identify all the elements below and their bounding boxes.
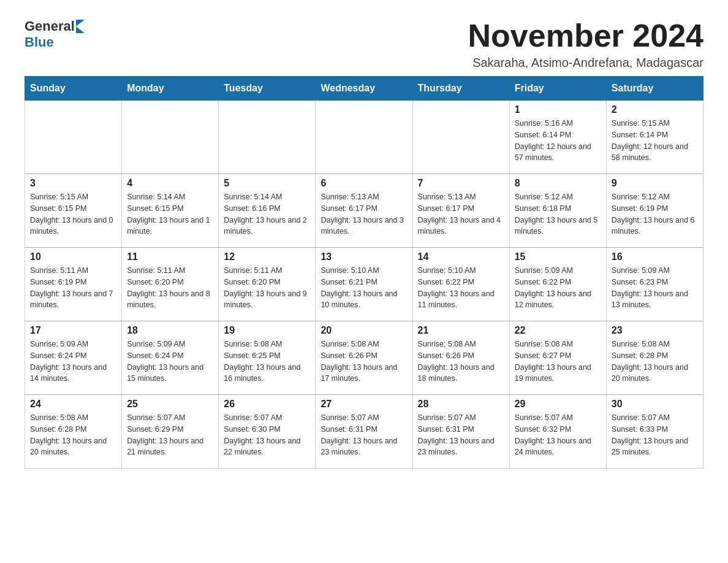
day-number: 7: [418, 178, 504, 189]
day-info: Sunrise: 5:10 AM Sunset: 6:22 PM Dayligh…: [418, 265, 504, 311]
day-info: Sunrise: 5:07 AM Sunset: 6:31 PM Dayligh…: [320, 412, 407, 458]
day-number: 29: [515, 399, 601, 410]
calendar-day-cell: 16Sunrise: 5:09 AM Sunset: 6:23 PM Dayli…: [606, 248, 703, 321]
day-number: 3: [30, 178, 116, 189]
calendar-day-cell: 21Sunrise: 5:08 AM Sunset: 6:26 PM Dayli…: [412, 321, 509, 395]
day-number: 25: [127, 399, 213, 410]
day-number: 26: [224, 399, 310, 410]
day-info: Sunrise: 5:09 AM Sunset: 6:22 PM Dayligh…: [515, 265, 601, 311]
day-info: Sunrise: 5:09 AM Sunset: 6:24 PM Dayligh…: [127, 339, 213, 385]
weekday-header-friday: Friday: [509, 77, 606, 101]
day-info: Sunrise: 5:12 AM Sunset: 6:18 PM Dayligh…: [515, 191, 601, 237]
calendar-day-cell: 23Sunrise: 5:08 AM Sunset: 6:28 PM Dayli…: [606, 321, 703, 395]
page-header: General Blue November 2024 Sakaraha, Ats…: [25, 18, 703, 70]
calendar-day-cell: 29Sunrise: 5:07 AM Sunset: 6:32 PM Dayli…: [509, 395, 606, 469]
day-info: Sunrise: 5:09 AM Sunset: 6:23 PM Dayligh…: [612, 265, 698, 311]
calendar-day-cell: 12Sunrise: 5:11 AM Sunset: 6:20 PM Dayli…: [219, 248, 316, 321]
calendar-empty-cell: [25, 101, 122, 174]
day-info: Sunrise: 5:11 AM Sunset: 6:19 PM Dayligh…: [30, 265, 116, 311]
calendar-subtitle: Sakaraha, Atsimo-Andrefana, Madagascar: [468, 56, 703, 70]
day-number: 6: [320, 178, 407, 189]
day-info: Sunrise: 5:08 AM Sunset: 6:26 PM Dayligh…: [320, 339, 407, 385]
calendar-day-cell: 20Sunrise: 5:08 AM Sunset: 6:26 PM Dayli…: [316, 321, 412, 395]
day-number: 13: [320, 251, 407, 262]
calendar-day-cell: 9Sunrise: 5:12 AM Sunset: 6:19 PM Daylig…: [606, 174, 703, 248]
calendar-day-cell: 22Sunrise: 5:08 AM Sunset: 6:27 PM Dayli…: [509, 321, 606, 395]
day-info: Sunrise: 5:07 AM Sunset: 6:30 PM Dayligh…: [224, 412, 310, 458]
calendar-day-cell: 2Sunrise: 5:15 AM Sunset: 6:14 PM Daylig…: [606, 101, 703, 174]
logo-general-text: General: [25, 18, 75, 34]
day-number: 4: [127, 178, 213, 189]
calendar-day-cell: 30Sunrise: 5:07 AM Sunset: 6:33 PM Dayli…: [606, 395, 703, 469]
weekday-header-tuesday: Tuesday: [219, 77, 316, 101]
day-info: Sunrise: 5:13 AM Sunset: 6:17 PM Dayligh…: [418, 191, 504, 237]
day-number: 9: [612, 178, 698, 189]
calendar-empty-cell: [219, 101, 316, 174]
calendar-day-cell: 19Sunrise: 5:08 AM Sunset: 6:25 PM Dayli…: [219, 321, 316, 395]
calendar-day-cell: 14Sunrise: 5:10 AM Sunset: 6:22 PM Dayli…: [412, 248, 509, 321]
weekday-header-saturday: Saturday: [606, 77, 703, 101]
calendar-empty-cell: [412, 101, 509, 174]
day-number: 22: [515, 325, 601, 336]
day-info: Sunrise: 5:12 AM Sunset: 6:19 PM Dayligh…: [612, 191, 698, 237]
day-info: Sunrise: 5:07 AM Sunset: 6:33 PM Dayligh…: [612, 412, 698, 458]
day-number: 5: [224, 178, 310, 189]
day-number: 19: [224, 325, 310, 336]
day-number: 8: [515, 178, 601, 189]
calendar-empty-cell: [122, 101, 219, 174]
day-number: 2: [612, 104, 698, 115]
weekday-header-monday: Monday: [122, 77, 219, 101]
calendar-day-cell: 24Sunrise: 5:08 AM Sunset: 6:28 PM Dayli…: [25, 395, 122, 469]
calendar-week-row: 24Sunrise: 5:08 AM Sunset: 6:28 PM Dayli…: [25, 395, 703, 469]
calendar-day-cell: 28Sunrise: 5:07 AM Sunset: 6:31 PM Dayli…: [412, 395, 509, 469]
day-info: Sunrise: 5:09 AM Sunset: 6:24 PM Dayligh…: [30, 339, 116, 385]
day-info: Sunrise: 5:07 AM Sunset: 6:32 PM Dayligh…: [515, 412, 601, 458]
day-info: Sunrise: 5:13 AM Sunset: 6:17 PM Dayligh…: [320, 191, 407, 237]
day-info: Sunrise: 5:11 AM Sunset: 6:20 PM Dayligh…: [224, 265, 310, 311]
day-info: Sunrise: 5:10 AM Sunset: 6:21 PM Dayligh…: [320, 265, 407, 311]
day-number: 27: [320, 399, 407, 410]
calendar-week-row: 3Sunrise: 5:15 AM Sunset: 6:15 PM Daylig…: [25, 174, 703, 248]
calendar-day-cell: 5Sunrise: 5:14 AM Sunset: 6:16 PM Daylig…: [219, 174, 316, 248]
day-info: Sunrise: 5:08 AM Sunset: 6:26 PM Dayligh…: [418, 339, 504, 385]
day-info: Sunrise: 5:15 AM Sunset: 6:15 PM Dayligh…: [30, 191, 116, 237]
calendar-day-cell: 6Sunrise: 5:13 AM Sunset: 6:17 PM Daylig…: [316, 174, 412, 248]
day-number: 11: [127, 251, 213, 262]
calendar-day-cell: 15Sunrise: 5:09 AM Sunset: 6:22 PM Dayli…: [509, 248, 606, 321]
day-number: 23: [612, 325, 698, 336]
day-number: 15: [515, 251, 601, 262]
calendar-day-cell: 13Sunrise: 5:10 AM Sunset: 6:21 PM Dayli…: [316, 248, 412, 321]
day-number: 28: [418, 399, 504, 410]
weekday-header-sunday: Sunday: [25, 77, 122, 101]
calendar-day-cell: 3Sunrise: 5:15 AM Sunset: 6:15 PM Daylig…: [25, 174, 122, 248]
day-info: Sunrise: 5:08 AM Sunset: 6:27 PM Dayligh…: [515, 339, 601, 385]
day-info: Sunrise: 5:07 AM Sunset: 6:31 PM Dayligh…: [418, 412, 504, 458]
calendar-empty-cell: [316, 101, 412, 174]
day-info: Sunrise: 5:11 AM Sunset: 6:20 PM Dayligh…: [127, 265, 213, 311]
calendar-day-cell: 4Sunrise: 5:14 AM Sunset: 6:15 PM Daylig…: [122, 174, 219, 248]
logo-blue-text: Blue: [25, 34, 54, 50]
day-number: 18: [127, 325, 213, 336]
day-info: Sunrise: 5:07 AM Sunset: 6:29 PM Dayligh…: [127, 412, 213, 458]
weekday-header-wednesday: Wednesday: [316, 77, 412, 101]
day-number: 14: [418, 251, 504, 262]
calendar-day-cell: 7Sunrise: 5:13 AM Sunset: 6:17 PM Daylig…: [412, 174, 509, 248]
day-info: Sunrise: 5:14 AM Sunset: 6:15 PM Dayligh…: [127, 191, 213, 237]
day-number: 1: [515, 104, 601, 115]
calendar-day-cell: 27Sunrise: 5:07 AM Sunset: 6:31 PM Dayli…: [316, 395, 412, 469]
day-info: Sunrise: 5:15 AM Sunset: 6:14 PM Dayligh…: [612, 118, 698, 164]
day-info: Sunrise: 5:14 AM Sunset: 6:16 PM Dayligh…: [224, 191, 310, 237]
calendar-table: SundayMondayTuesdayWednesdayThursdayFrid…: [25, 76, 703, 469]
calendar-title: November 2024: [468, 18, 703, 53]
calendar-day-cell: 17Sunrise: 5:09 AM Sunset: 6:24 PM Dayli…: [25, 321, 122, 395]
weekday-header-row: SundayMondayTuesdayWednesdayThursdayFrid…: [25, 77, 703, 101]
day-number: 21: [418, 325, 504, 336]
day-number: 30: [612, 399, 698, 410]
title-area: November 2024 Sakaraha, Atsimo-Andrefana…: [468, 18, 703, 70]
calendar-day-cell: 1Sunrise: 5:16 AM Sunset: 6:14 PM Daylig…: [509, 101, 606, 174]
day-info: Sunrise: 5:08 AM Sunset: 6:28 PM Dayligh…: [30, 412, 116, 458]
calendar-week-row: 10Sunrise: 5:11 AM Sunset: 6:19 PM Dayli…: [25, 248, 703, 321]
calendar-day-cell: 26Sunrise: 5:07 AM Sunset: 6:30 PM Dayli…: [219, 395, 316, 469]
day-number: 10: [30, 251, 116, 262]
day-info: Sunrise: 5:08 AM Sunset: 6:25 PM Dayligh…: [224, 339, 310, 385]
